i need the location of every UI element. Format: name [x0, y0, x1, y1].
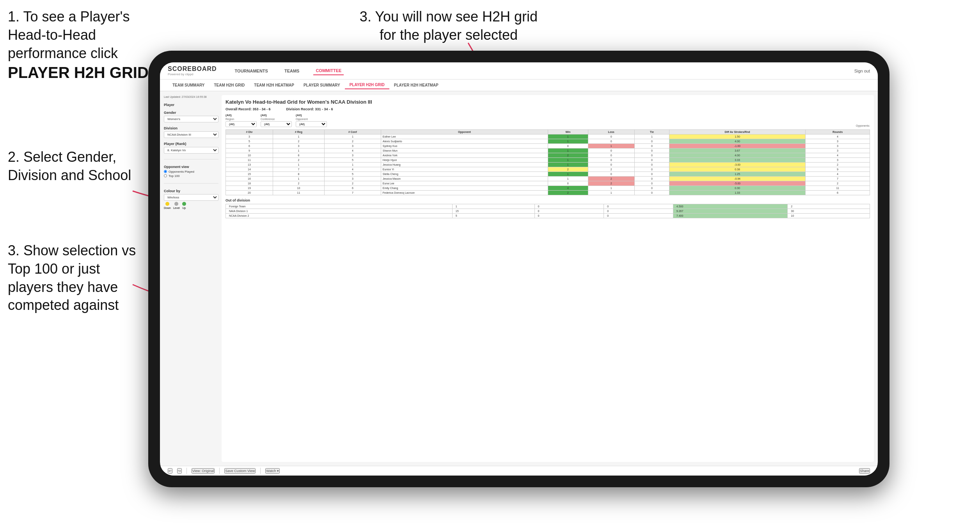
sidebar-division-section: Division NCAA Division III NCAA Division…: [164, 126, 218, 138]
out-of-division: Out of division Foreign Team 1 0 0 4.500…: [225, 198, 870, 218]
h2h-table: # Div # Reg # Conf Opponent Win Loss Tie…: [225, 129, 870, 195]
table-row: 6 3 3 Sydney Kuo 0 1 0 -1.00 3: [226, 144, 870, 149]
sidebar-gender-select[interactable]: Women's Men's: [164, 116, 218, 122]
out-table-row: Foreign Team 1 0 0 4.500 2: [226, 204, 870, 209]
sidebar-division-select[interactable]: NCAA Division III NCAA Division I NCAA D…: [164, 131, 218, 138]
out-of-division-label: Out of division: [225, 198, 870, 202]
sidebar-player-section: Player: [164, 103, 218, 107]
redo-btn[interactable]: ↪: [177, 468, 182, 474]
filter-row: (All) Region (All) (All) Conference (All…: [225, 113, 870, 127]
sidebar-gender-label: Gender: [164, 111, 218, 115]
sidebar-divider: [164, 159, 218, 159]
table-row: 3 1 1 Esther Lee 1 0 1 1.50 4: [226, 134, 870, 139]
filter-region-select[interactable]: (All): [225, 121, 257, 127]
logo-text: SCOREBOARD: [168, 65, 217, 73]
toolbar-sep-1: [186, 468, 187, 474]
col-opponent: Opponent: [381, 130, 548, 134]
table-row: 13 1 1 Jessica Huang 1 0 0 -3.00 2: [226, 163, 870, 167]
colour-label: Colour by: [164, 189, 218, 193]
out-table-row: NCAA Division 2 5 0 0 7.400 10: [226, 214, 870, 218]
dot-up: Up: [182, 202, 186, 209]
table-row: 15 8 5 Stella Cheng 1 0 0 1.25 4: [226, 172, 870, 177]
sidebar-player-label: Player: [164, 103, 218, 107]
col-diff: Diff Av Strokes/Rnd: [669, 130, 806, 134]
logo-area: SCOREBOARD Powered by clippd: [168, 65, 217, 76]
main-content: Last Updated: 27/03/2024 16:55:38 Player…: [160, 91, 878, 466]
sub-nav: TEAM SUMMARY TEAM H2H GRID TEAM H2H HEAT…: [160, 80, 878, 91]
colour-dots: Down Level Up: [164, 202, 218, 209]
instruction-top-left: 1. To see a Player's Head-to-Head perfor…: [8, 8, 156, 83]
table-row: 18 2 2 Euna Lee 0 2 0 -5.00 2: [226, 181, 870, 186]
table-row: 9 1 4 Sharon Mun 1 0 0 3.67 3: [226, 149, 870, 153]
filter-opponent-label: (All): [296, 113, 327, 117]
bottom-toolbar: ↩ ↪ View: Original Save Custom View Watc…: [160, 466, 878, 476]
tablet-screen: SCOREBOARD Powered by clippd TOURNAMENTS…: [160, 62, 878, 476]
sidebar-player-rank-select[interactable]: 8. Katelyn Vo: [164, 147, 218, 154]
filter-opponent-select[interactable]: (All): [296, 121, 327, 127]
dot-level-circle: [174, 202, 178, 206]
opponent-view-section: Opponent view Opponents Played Top 100: [164, 165, 218, 178]
dot-up-circle: [182, 202, 186, 206]
table-row: 20 11 7 Federica Domecq Lacroze 2 1 0 1.…: [226, 191, 870, 195]
undo-btn[interactable]: ↩: [168, 468, 172, 474]
out-table-body: Foreign Team 1 0 0 4.500 2 NAIA Division…: [226, 204, 870, 218]
table-row: 14 7 4 Eunice Yi 2 2 0 0.38 9: [226, 167, 870, 172]
sidebar-player-rank-label: Player (Rank): [164, 142, 218, 146]
toolbar-sep-2: [219, 468, 220, 474]
tablet: SCOREBOARD Powered by clippd TOURNAMENTS…: [148, 51, 889, 487]
radio-opponents-played-input[interactable]: [164, 170, 167, 173]
top-nav: SCOREBOARD Powered by clippd TOURNAMENTS…: [160, 62, 878, 80]
sub-nav-team-summary[interactable]: TEAM SUMMARY: [168, 81, 209, 89]
h2h-content: Katelyn Vo Head-to-Head Grid for Women's…: [222, 95, 874, 462]
h2h-title: Katelyn Vo Head-to-Head Grid for Women's…: [225, 99, 870, 105]
nav-committee[interactable]: COMMITTEE: [313, 67, 344, 75]
nav-sign-out[interactable]: Sign out: [854, 69, 870, 73]
radio-top100-input[interactable]: [164, 174, 167, 177]
opponents-label: Opponents:: [856, 124, 870, 127]
col-win: Win: [548, 130, 588, 134]
instruction-mid-left: 2. Select Gender, Division and School: [8, 148, 137, 185]
save-custom-btn[interactable]: Save Custom View: [224, 468, 256, 474]
watch-btn[interactable]: Watch ▾: [265, 468, 280, 474]
nav-teams[interactable]: TEAMS: [282, 67, 302, 75]
table-row: 16 1 3 Jessica Mason 1 2 0 -0.94 7: [226, 177, 870, 181]
radio-opponents-played[interactable]: Opponents Played: [164, 170, 218, 173]
sidebar-gender-section: Gender Women's Men's: [164, 111, 218, 122]
table-row: 5 2 2 Alexis Sudjianto 1 0 0 4.00 3: [226, 139, 870, 144]
table-header-row: # Div # Reg # Conf Opponent Win Loss Tie…: [226, 130, 870, 134]
sub-nav-player-summary[interactable]: PLAYER SUMMARY: [299, 81, 345, 89]
opponent-sublabel: Opponent: [296, 118, 327, 120]
filter-region-group: (All) Region (All): [225, 113, 257, 127]
view-original-btn[interactable]: View: Original: [192, 468, 215, 474]
col-conf: # Conf: [324, 130, 381, 134]
radio-top100[interactable]: Top 100: [164, 174, 218, 178]
sidebar-player-rank-section: Player (Rank) 8. Katelyn Vo: [164, 142, 218, 154]
filter-conference-group: (All) Conference (All): [261, 113, 292, 127]
share-btn[interactable]: Share: [859, 468, 870, 474]
sub-nav-team-h2h[interactable]: TEAM H2H GRID: [209, 81, 249, 89]
out-table-row: NAIA Division 1 15 0 0 9.267 30: [226, 209, 870, 214]
opponent-view-label: Opponent view: [164, 165, 218, 169]
col-div: # Div: [226, 130, 273, 134]
sub-nav-team-heatmap[interactable]: TEAM H2H HEATMAP: [249, 81, 299, 89]
sub-nav-player-h2h[interactable]: PLAYER H2H GRID: [345, 81, 389, 89]
table-row: 10 6 3 Andrea York 2 0 0 4.00 4: [226, 153, 870, 158]
nav-tournaments[interactable]: TOURNAMENTS: [233, 67, 270, 75]
sidebar-timestamp: Last Updated: 27/03/2024 16:55:38: [164, 95, 218, 99]
colour-select[interactable]: Win/loss: [164, 194, 218, 201]
filter-conference-select[interactable]: (All): [261, 121, 292, 127]
dot-level: Level: [173, 202, 180, 209]
region-sublabel: Region: [225, 118, 257, 120]
col-loss: Loss: [588, 130, 634, 134]
filter-region-label: (All): [225, 113, 257, 117]
col-rounds: Rounds: [806, 130, 870, 134]
table-scroll-area: # Div # Reg # Conf Opponent Win Loss Tie…: [225, 129, 870, 458]
app-wrapper: SCOREBOARD Powered by clippd TOURNAMENTS…: [160, 62, 878, 476]
filter-conference-label: (All): [261, 113, 292, 117]
instruction-top-right: 3. You will now see H2H grid for the pla…: [351, 8, 546, 44]
h2h-records: Overall Record: 353 - 34 - 6 Division Re…: [225, 107, 870, 111]
sub-nav-player-heatmap[interactable]: PLAYER H2H HEATMAP: [389, 81, 443, 89]
filter-opponent-group: (All) Opponent (All): [296, 113, 327, 127]
table-row: 19 10 6 Emily Chang 4 1 0 0.30 11: [226, 186, 870, 191]
sidebar-division-label: Division: [164, 126, 218, 130]
